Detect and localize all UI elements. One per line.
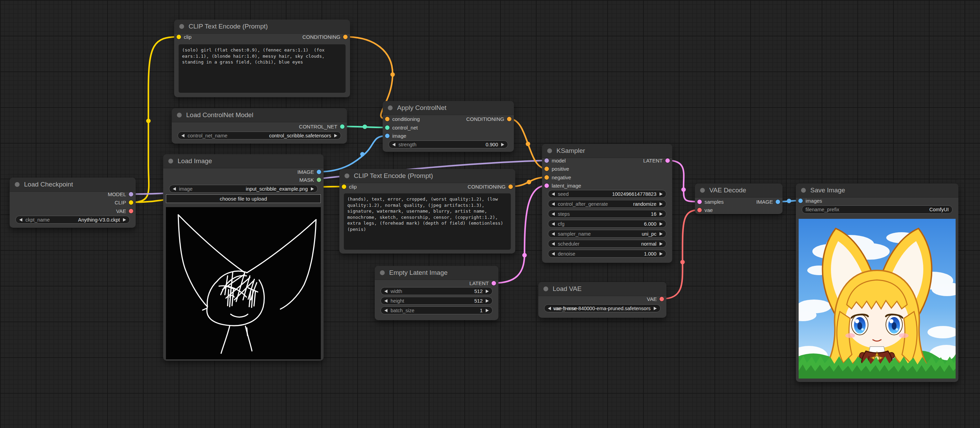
slot-dot-control-net[interactable] bbox=[385, 126, 390, 130]
node-title-bar[interactable]: KSampler bbox=[542, 144, 672, 158]
input-slot-positive[interactable]: positive bbox=[544, 165, 569, 172]
input-slot-conditioning[interactable]: conditioning bbox=[385, 115, 420, 122]
widget-control-after-generate[interactable]: control_after_generate randomize bbox=[548, 200, 667, 208]
node-save-image[interactable]: Save Image images filename_prefix ComfyU… bbox=[796, 183, 958, 382]
decrement-arrow-icon[interactable] bbox=[181, 134, 185, 137]
increment-arrow-icon[interactable] bbox=[660, 193, 663, 196]
widget-vae-name[interactable]: vae_name vae-ft-mse-840000-ema-pruned.sa… bbox=[544, 304, 660, 312]
increment-arrow-icon[interactable] bbox=[486, 290, 489, 293]
widget-scheduler[interactable]: scheduler normal bbox=[548, 240, 667, 248]
widget-strength[interactable]: strength 0.900 bbox=[388, 140, 508, 148]
decrement-arrow-icon[interactable] bbox=[552, 232, 555, 235]
output-slot-conditioning[interactable]: CONDITIONING bbox=[302, 33, 348, 40]
output-slot-model[interactable]: MODEL bbox=[108, 191, 133, 197]
input-slot-latent-image[interactable]: latent_image bbox=[544, 182, 581, 189]
decrement-arrow-icon[interactable] bbox=[552, 222, 555, 226]
input-slot-image[interactable]: image bbox=[385, 132, 406, 139]
node-load-checkpoint[interactable]: Load Checkpoint MODEL CLIP VAE ckpt_name… bbox=[10, 178, 136, 228]
node-load-image[interactable]: Load Image IMAGE MASK image input_scribb… bbox=[163, 154, 324, 361]
slot-dot-latent[interactable] bbox=[665, 158, 670, 163]
increment-arrow-icon[interactable] bbox=[660, 212, 663, 216]
slot-dot-latent[interactable] bbox=[697, 200, 702, 204]
slot-dot-image[interactable] bbox=[385, 134, 390, 138]
input-slot-negative[interactable]: negative bbox=[544, 174, 571, 181]
decrement-arrow-icon[interactable] bbox=[384, 309, 387, 312]
increment-arrow-icon[interactable] bbox=[486, 299, 489, 302]
decrement-arrow-icon[interactable] bbox=[548, 307, 551, 310]
slot-dot-model[interactable] bbox=[544, 158, 549, 163]
widget-control-net-name[interactable]: control_net_name control_scribble.safete… bbox=[178, 132, 341, 140]
slot-dot-vae[interactable] bbox=[660, 297, 664, 301]
prompt-textarea[interactable]: (hands), text, error, cropped, (worst qu… bbox=[344, 193, 511, 250]
slot-dot-conditioning[interactable] bbox=[343, 35, 348, 39]
widget-ckpt-name[interactable]: ckpt_name Anything-V3.0.ckpt bbox=[16, 216, 130, 224]
node-apply-controlnet[interactable]: Apply ControlNet conditioning CONDITIONI… bbox=[383, 101, 514, 152]
increment-arrow-icon[interactable] bbox=[660, 252, 663, 256]
node-title-bar[interactable]: Load ControlNet Model bbox=[172, 108, 347, 122]
increment-arrow-icon[interactable] bbox=[654, 307, 657, 310]
decrement-arrow-icon[interactable] bbox=[552, 252, 555, 256]
input-slot-clip[interactable]: clip bbox=[342, 183, 357, 190]
node-load-vae[interactable]: Load VAE VAE vae_name vae-ft-mse-840000-… bbox=[538, 282, 667, 318]
slot-dot-image[interactable] bbox=[317, 170, 321, 174]
widget-seed[interactable]: seed 1002496614778823 bbox=[548, 190, 667, 198]
decrement-arrow-icon[interactable] bbox=[384, 299, 387, 302]
widget-filename-prefix[interactable]: filename_prefix ComfyUI bbox=[802, 205, 953, 214]
widget-height[interactable]: height 512 bbox=[380, 297, 493, 305]
output-slot-mask[interactable]: MASK bbox=[299, 176, 321, 183]
widget-denoise[interactable]: denoise 1.000 bbox=[548, 250, 667, 258]
increment-arrow-icon[interactable] bbox=[660, 242, 663, 246]
increment-arrow-icon[interactable] bbox=[660, 232, 663, 235]
output-slot-control-net[interactable]: CONTROL_NET bbox=[299, 123, 345, 130]
increment-arrow-icon[interactable] bbox=[660, 202, 663, 206]
slot-dot-vae[interactable] bbox=[129, 209, 133, 213]
decrement-arrow-icon[interactable] bbox=[384, 290, 387, 293]
slot-dot-image[interactable] bbox=[776, 200, 780, 204]
output-slot-latent[interactable]: LATENT bbox=[643, 157, 670, 164]
slot-dot-latent[interactable] bbox=[544, 183, 549, 188]
widget-image-file[interactable]: image input_scribble_example.png bbox=[169, 185, 318, 193]
increment-arrow-icon[interactable] bbox=[311, 187, 314, 191]
output-slot-conditioning[interactable]: CONDITIONING bbox=[468, 183, 513, 190]
slot-dot-conditioning[interactable] bbox=[544, 167, 549, 171]
node-clip-text-encode-negative[interactable]: CLIP Text Encode (Prompt) clip CONDITION… bbox=[339, 169, 515, 253]
node-title-bar[interactable]: Load Image bbox=[163, 154, 324, 168]
node-title-bar[interactable]: Empty Latent Image bbox=[375, 266, 498, 280]
slot-dot-conditioning[interactable] bbox=[508, 185, 513, 189]
decrement-arrow-icon[interactable] bbox=[392, 143, 395, 146]
slot-dot-latent[interactable] bbox=[492, 281, 496, 285]
node-title-bar[interactable]: Load VAE bbox=[538, 282, 667, 296]
input-slot-vae[interactable]: vae bbox=[697, 207, 713, 213]
output-slot-clip[interactable]: CLIP bbox=[115, 199, 133, 206]
slot-dot-mask[interactable] bbox=[317, 178, 321, 182]
input-slot-samples[interactable]: samples bbox=[697, 198, 724, 205]
input-slot-control-net[interactable]: control_net bbox=[385, 124, 418, 131]
slot-dot-model[interactable] bbox=[129, 192, 133, 196]
increment-arrow-icon[interactable] bbox=[660, 222, 663, 226]
slot-dot-vae[interactable] bbox=[697, 208, 702, 212]
slot-dot-image[interactable] bbox=[798, 199, 803, 203]
decrement-arrow-icon[interactable] bbox=[552, 193, 555, 196]
output-slot-latent[interactable]: LATENT bbox=[469, 280, 496, 286]
widget-sampler-name[interactable]: sampler_name uni_pc bbox=[548, 230, 667, 238]
node-title-bar[interactable]: CLIP Text Encode (Prompt) bbox=[174, 19, 350, 33]
widget-width[interactable]: width 512 bbox=[380, 287, 493, 295]
node-ksampler[interactable]: KSampler model LATENT positive negative … bbox=[542, 144, 672, 263]
decrement-arrow-icon[interactable] bbox=[19, 218, 22, 221]
input-slot-model[interactable]: model bbox=[544, 157, 566, 164]
increment-arrow-icon[interactable] bbox=[334, 134, 337, 137]
node-vae-decode[interactable]: VAE Decode samples IMAGE vae bbox=[695, 183, 783, 214]
slot-dot-conditioning[interactable] bbox=[544, 175, 549, 180]
slot-dot-clip[interactable] bbox=[129, 200, 133, 205]
node-load-controlnet-model[interactable]: Load ControlNet Model CONTROL_NET contro… bbox=[172, 108, 347, 143]
widget-batch-size[interactable]: batch_size 1 bbox=[380, 306, 493, 314]
graph-canvas[interactable]: Load Checkpoint MODEL CLIP VAE ckpt_name… bbox=[0, 0, 980, 428]
node-title-bar[interactable]: VAE Decode bbox=[695, 183, 783, 197]
input-slot-images[interactable]: images bbox=[798, 197, 822, 204]
node-clip-text-encode-positive[interactable]: CLIP Text Encode (Prompt) clip CONDITION… bbox=[174, 19, 350, 97]
prompt-textarea[interactable]: (solo) girl (flat chest:0.9), (fennec ea… bbox=[179, 44, 345, 93]
increment-arrow-icon[interactable] bbox=[501, 143, 504, 146]
decrement-arrow-icon[interactable] bbox=[552, 242, 555, 246]
output-slot-conditioning[interactable]: CONDITIONING bbox=[466, 115, 511, 122]
output-slot-image[interactable]: IMAGE bbox=[756, 198, 780, 205]
